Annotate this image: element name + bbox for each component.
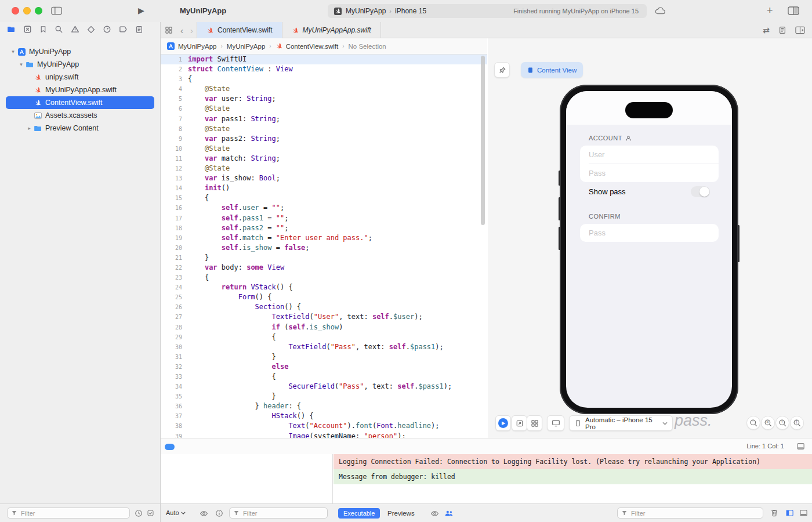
iphone-preview-device[interactable]: ACCOUNTUserPassShow passCONFIRMPass	[560, 85, 738, 414]
trash-icon[interactable]	[770, 509, 778, 517]
line-number[interactable]: 33	[161, 372, 188, 382]
code-line[interactable]: 9 var pass2: String;	[161, 134, 487, 144]
pin-preview-button[interactable]	[494, 62, 510, 78]
line-number[interactable]: 38	[161, 421, 188, 431]
line-number[interactable]: 6	[161, 104, 188, 114]
line-number[interactable]: 5	[161, 94, 188, 104]
preview-in-new-window-button[interactable]	[512, 415, 527, 431]
text-field[interactable]: User	[580, 146, 719, 164]
line-number[interactable]: 18	[161, 223, 188, 233]
go-forward-button[interactable]: ›	[187, 22, 197, 38]
line-number[interactable]: 17	[161, 213, 188, 223]
breadcrumb-item[interactable]: MyUniPyApp	[178, 43, 216, 50]
line-number[interactable]: 15	[161, 193, 188, 203]
variables-filter-input[interactable]	[242, 509, 324, 517]
adjust-editor-options-icon[interactable]	[778, 26, 786, 34]
hide-debug-area-icon[interactable]	[796, 442, 805, 451]
code-line[interactable]: 23 {	[161, 273, 487, 282]
scheme-selector[interactable]: MyUniPyApp › iPhone 15 Finished running …	[328, 4, 647, 18]
code-line[interactable]: 21 }	[161, 253, 487, 263]
navigator-bookmarks-button[interactable]	[39, 25, 47, 35]
code-line[interactable]: 6 @State	[161, 104, 487, 114]
tab-contentview-swift[interactable]: ContentView.swift	[197, 22, 282, 38]
navigator-reports-button[interactable]	[135, 26, 143, 35]
code-line[interactable]: 39 Image(systemName: "person");	[161, 432, 487, 438]
code-line[interactable]: 27 TextField("User", text: self.$user);	[161, 312, 487, 322]
code-line[interactable]: 38 Text("Account").font(Font.headline);	[161, 421, 487, 431]
code-line[interactable]: 11 var match: String;	[161, 154, 487, 164]
line-number[interactable]: 13	[161, 173, 188, 183]
line-number[interactable]: 28	[161, 322, 188, 332]
preview-device-selector[interactable]: Automatic – iPhone 15 Pro	[569, 415, 673, 431]
line-number[interactable]: 4	[161, 84, 188, 94]
zoom-fit-button[interactable]: =	[761, 416, 775, 430]
recent-files-filter-icon[interactable]	[135, 509, 143, 517]
zoom-in-button[interactable]: +	[775, 416, 789, 430]
close-window-button[interactable]	[12, 7, 19, 14]
live-preview-button[interactable]: ▶	[495, 415, 511, 431]
variables-view[interactable]	[161, 454, 333, 503]
code-line[interactable]: 10 @State	[161, 144, 487, 154]
code-line[interactable]: 18 self.pass2 = "";	[161, 223, 487, 233]
code-line[interactable]: 29 {	[161, 332, 487, 342]
info-icon[interactable]	[215, 509, 223, 517]
library-add-button[interactable]: +	[767, 3, 773, 17]
code-line[interactable]: 16 self.user = "";	[161, 203, 487, 213]
tree-item-unipy-swift[interactable]: unipy.swift	[6, 71, 154, 84]
code-line[interactable]: 31 }	[161, 352, 487, 362]
code-line[interactable]: 17 self.pass1 = "";	[161, 213, 487, 223]
line-number[interactable]: 10	[161, 144, 188, 154]
line-number[interactable]: 12	[161, 164, 188, 173]
navigator-filter-input[interactable]	[20, 509, 126, 517]
code-line[interactable]: 24 return VStack() {	[161, 282, 487, 292]
show-variables-panel-icon[interactable]	[785, 509, 794, 517]
code-line[interactable]: 19 self.match = "Enter user and pass.";	[161, 233, 487, 243]
text-field[interactable]: Pass	[580, 164, 719, 182]
navigator-debug-gauge-button[interactable]	[103, 25, 111, 35]
code-line[interactable]: 35 }	[161, 392, 487, 401]
line-number[interactable]: 9	[161, 134, 188, 144]
code-line[interactable]: 28 if (self.is_show)	[161, 322, 487, 332]
disclosure-triangle-icon[interactable]: ▾	[9, 49, 17, 55]
line-number[interactable]: 39	[161, 432, 188, 438]
source-control-filter-icon[interactable]	[147, 509, 154, 517]
tree-item-preview-content[interactable]: ▸Preview Content	[6, 122, 154, 135]
code-line[interactable]: 3{	[161, 74, 487, 84]
content-view-chip[interactable]: Content View	[521, 62, 583, 78]
scheme-destination[interactable]: iPhone 15	[395, 7, 426, 15]
navigator-tests-button[interactable]	[87, 26, 95, 35]
code-line[interactable]: 7 var pass1: String;	[161, 114, 487, 124]
device-settings-button[interactable]	[547, 415, 564, 431]
code-line[interactable]: 13 var is_show: Bool;	[161, 173, 487, 183]
line-number[interactable]: 32	[161, 362, 188, 372]
console-tab-executable[interactable]: Executable	[338, 508, 380, 519]
code-line[interactable]: 26 Section() {	[161, 302, 487, 312]
console-filter-input[interactable]	[630, 509, 759, 517]
editor-layout-icon[interactable]	[788, 6, 799, 15]
scheme-name[interactable]: MyUniPyApp	[346, 7, 386, 15]
minimize-window-button[interactable]	[23, 7, 31, 14]
line-number[interactable]: 27	[161, 312, 188, 322]
navigator-project-button[interactable]	[7, 25, 16, 35]
code-line[interactable]: 5 var user: String;	[161, 94, 487, 104]
code-line[interactable]: 25 Form() {	[161, 292, 487, 302]
add-editor-icon[interactable]	[795, 26, 805, 34]
code-line[interactable]: 2struct ContentView : View	[161, 64, 487, 74]
tree-item-contentview-swift[interactable]: ContentView.swift	[6, 96, 154, 109]
tree-item-myunipyapp[interactable]: ▾MyUniPyApp	[6, 45, 154, 58]
line-number[interactable]: 37	[161, 411, 188, 421]
go-back-button[interactable]: ‹	[177, 22, 187, 38]
line-number[interactable]: 7	[161, 114, 188, 124]
code-line[interactable]: 1import SwiftUI	[161, 55, 487, 64]
line-number[interactable]: 11	[161, 154, 188, 164]
breadcrumb-item[interactable]: ContentView.swift	[286, 43, 339, 50]
quicklook-eye-icon[interactable]	[200, 509, 208, 518]
navigator-breakpoints-button[interactable]	[119, 25, 128, 35]
line-number[interactable]: 24	[161, 282, 188, 292]
line-number[interactable]: 16	[161, 203, 188, 213]
line-number[interactable]: 30	[161, 342, 188, 352]
line-number[interactable]: 23	[161, 273, 188, 282]
line-number[interactable]: 1	[161, 55, 188, 64]
console-filter-field[interactable]	[617, 507, 763, 519]
navigator-find-button[interactable]	[55, 25, 63, 35]
